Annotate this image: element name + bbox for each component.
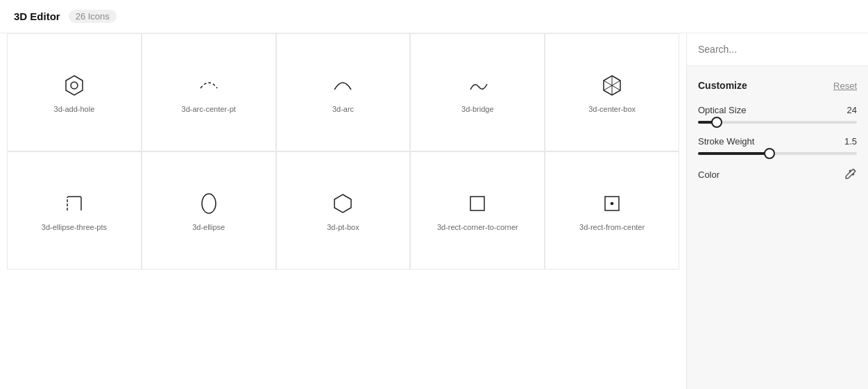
optical-size-label: Optical Size xyxy=(698,105,746,115)
3d-bridge-icon xyxy=(463,72,491,99)
3d-rect-corner-to-corner-icon xyxy=(463,190,491,217)
svg-marker-7 xyxy=(334,194,351,213)
stroke-weight-slider[interactable] xyxy=(698,152,857,155)
svg-point-1 xyxy=(71,82,78,89)
icon-label: 3d-ellipse xyxy=(189,223,228,231)
color-label: Color xyxy=(698,169,720,180)
icon-label: 3d-rect-from-center xyxy=(577,223,647,231)
svg-point-6 xyxy=(202,194,216,213)
page-title: 3D Editor xyxy=(14,10,60,22)
icon-cell-3d-rect-from-center[interactable]: 3d-rect-from-center xyxy=(545,151,679,270)
3d-arc-icon xyxy=(329,72,357,99)
icon-label: 3d-ellipse-three-pts xyxy=(39,223,110,231)
icon-cell-3d-center-box[interactable]: 3d-center-box xyxy=(545,33,679,151)
icon-cell-3d-ellipse-three-pts[interactable]: 3d-ellipse-three-pts xyxy=(7,151,142,270)
color-control: Color xyxy=(698,167,857,181)
eyedropper-icon[interactable] xyxy=(843,167,857,181)
3d-add-hole-icon xyxy=(60,72,88,99)
stroke-weight-label: Stroke Weight xyxy=(698,136,754,147)
icon-cell-3d-arc-center-pt[interactable]: 3d-arc-center-pt xyxy=(142,33,276,151)
optical-size-slider[interactable] xyxy=(698,121,857,124)
icon-label: 3d-add-hole xyxy=(51,105,98,113)
icon-cell-3d-rect-corner-to-corner[interactable]: 3d-rect-corner-to-corner xyxy=(410,151,545,270)
3d-pt-box-icon xyxy=(329,190,357,217)
optical-size-thumb[interactable] xyxy=(711,117,722,128)
customize-panel: Customize Reset Optical Size 24 Stroke W… xyxy=(687,66,868,389)
customize-header: Customize Reset xyxy=(698,80,857,91)
search-box[interactable] xyxy=(687,33,868,66)
icon-grid: 3d-add-hole 3d-arc-center-pt 3d-arc xyxy=(7,33,679,270)
main-layout: 3d-add-hole 3d-arc-center-pt 3d-arc xyxy=(0,33,868,389)
stroke-weight-thumb[interactable] xyxy=(764,148,775,159)
stroke-weight-control: Stroke Weight 1.5 xyxy=(698,136,857,155)
icon-cell-3d-add-hole[interactable]: 3d-add-hole xyxy=(7,33,142,151)
icon-cell-3d-arc[interactable]: 3d-arc xyxy=(276,33,411,151)
icon-cell-3d-bridge[interactable]: 3d-bridge xyxy=(410,33,545,151)
stroke-weight-fill xyxy=(698,152,769,155)
sidebar: Customize Reset Optical Size 24 Stroke W… xyxy=(686,33,868,389)
icon-cell-3d-pt-box[interactable]: 3d-pt-box xyxy=(276,151,411,270)
icon-label: 3d-bridge xyxy=(459,105,496,113)
3d-ellipse-three-pts-icon xyxy=(60,190,88,217)
reset-button[interactable]: Reset xyxy=(833,81,857,91)
svg-point-10 xyxy=(611,203,613,205)
page-header: 3D Editor 26 Icons xyxy=(0,0,868,33)
customize-title: Customize xyxy=(698,80,747,91)
icon-label: 3d-center-box xyxy=(586,105,638,113)
3d-rect-from-center-icon xyxy=(598,190,626,217)
3d-ellipse-icon xyxy=(195,190,223,217)
3d-center-box-icon xyxy=(598,72,626,99)
stroke-weight-value: 1.5 xyxy=(844,136,857,147)
optical-size-control: Optical Size 24 xyxy=(698,105,857,124)
search-input[interactable] xyxy=(698,44,857,55)
icon-count-badge: 26 Icons xyxy=(69,10,117,23)
icon-label: 3d-arc xyxy=(330,105,357,113)
icon-label: 3d-arc-center-pt xyxy=(179,105,239,113)
svg-rect-8 xyxy=(470,197,484,210)
icon-cell-3d-ellipse[interactable]: 3d-ellipse xyxy=(142,151,276,270)
icon-grid-area: 3d-add-hole 3d-arc-center-pt 3d-arc xyxy=(0,33,686,389)
optical-size-value: 24 xyxy=(847,105,857,115)
svg-marker-0 xyxy=(66,76,83,95)
icon-label: 3d-pt-box xyxy=(324,223,361,231)
icon-label: 3d-rect-corner-to-corner xyxy=(434,223,521,231)
3d-arc-center-pt-icon xyxy=(195,72,223,99)
